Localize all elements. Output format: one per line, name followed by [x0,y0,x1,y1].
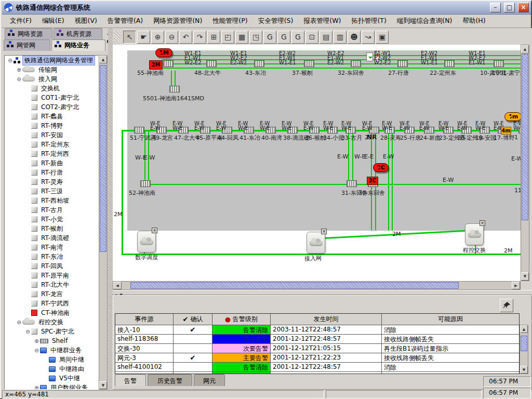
tree-item[interactable]: RT-宁武西 [5,299,71,308]
menu-item[interactable]: 帮助(H) [457,15,490,27]
map-horizontal-scrollbar[interactable]: ◀ ▶ [113,281,521,290]
map-hscroll-thumb[interactable] [130,282,459,289]
tree-expander-icon[interactable]: ⊕ [33,338,40,344]
alarm-balloon-1m[interactable]: 1M [155,48,172,57]
topology-map[interactable]: 1M 2M 4m 4m 2C 2C NR 55-神池南48-北大牛43-东冶37… [113,45,521,281]
column-header-level[interactable]: ●告警级别 [212,314,271,325]
tree-item[interactable]: ⊕Shelf [5,336,69,345]
menu-item[interactable]: 性能管理(P) [207,15,252,27]
column-header-source[interactable]: 事件源 [115,314,174,325]
scroll-down-icon[interactable]: ▼ [99,381,107,389]
menu-item[interactable]: 文件(F) [5,15,37,27]
toolbar-zoom-region-button[interactable]: ◰ [221,31,234,44]
sidebar-tab[interactable]: 网络资源 [5,28,52,39]
tree-item[interactable]: RT-西柏坡 [5,196,71,205]
menu-item[interactable]: 编辑(E) [37,15,70,27]
alarm-balloon-2c[interactable]: 2C [373,163,389,172]
scroll-up-icon[interactable]: ▲ [520,325,528,333]
toolbar-group-copy-button[interactable]: G [291,31,304,44]
toolbar-print-button[interactable]: ▥ [334,31,347,44]
alarm-table-row[interactable]: shelf-4100102告警清除2001-12-12T22:48:57消除 [115,363,519,372]
tree-item[interactable]: ⊕用户数据业务 [5,383,89,390]
scroll-down-icon[interactable]: ▼ [521,272,529,281]
minimize-button[interactable]: – [490,3,501,12]
tree-item[interactable]: ⊕传输网 [5,65,59,74]
network-element-node[interactable] [140,180,151,187]
subnet-cloud-node[interactable] [465,223,484,245]
network-element-node[interactable] [169,86,180,92]
column-header-cause[interactable]: 可能原因 [382,314,519,325]
tree-item[interactable]: 中继路由 [5,364,86,374]
tree-item[interactable]: ⊖中继群业务 [5,345,83,355]
close-button[interactable]: × [518,3,529,12]
tree-item[interactable]: 交换机 [5,84,61,93]
tree-expander-icon[interactable]: ⊖ [7,58,14,63]
network-element-node[interactable] [494,60,504,67]
alarm-table-row[interactable]: 接入-10✔告警清除2003-11-12T22:48:57消除 [115,325,519,335]
tree-item[interactable]: RT-南湾 [5,243,64,252]
alarm-table-row[interactable]: 网元-3✔主要告警2001-12-12T21:22:23接收线路侧帧丢失 [115,353,519,363]
table-scrollbar[interactable]: ▲ ▼ [520,325,528,374]
tree-item[interactable]: RT-原平南 [5,271,71,280]
menu-item[interactable]: 视图(V) [70,15,102,27]
network-element-node[interactable] [347,180,357,187]
subnet-cloud-node[interactable] [307,232,325,254]
table-scroll-thumb[interactable] [521,336,527,351]
tree-item[interactable]: 局间中继 [5,355,86,364]
scroll-right-icon[interactable]: ▶ [512,282,520,289]
toolbar-display-button[interactable]: ▤ [320,31,332,44]
toolbar-network-monitor-button[interactable]: ⊡ [305,31,318,44]
toolbar-zoom-out-button[interactable]: ⊖ [165,31,178,44]
toolbar-fit-view-button[interactable]: ⊞ [207,31,220,44]
alarm-tab-item[interactable]: 网元 [194,374,225,386]
tree-item[interactable]: ⊖接入网 [5,74,59,84]
subnet-cloud-node[interactable] [137,231,156,252]
tree-item[interactable]: CT-神池南 [5,308,71,317]
maximize-button[interactable]: □ [504,3,515,12]
network-element-node[interactable] [163,60,174,67]
tree-scrollbar[interactable]: ▲ ▼ [99,55,108,390]
tree-item[interactable]: RT-新曲 [5,158,64,168]
tree-expander-icon[interactable]: ⊕ [33,385,40,390]
sidebar-tab[interactable]: 网络业务 [51,39,105,51]
tree-item[interactable]: RT-小觉 [5,215,64,224]
scroll-up-icon[interactable]: ▲ [99,56,107,63]
tree-item[interactable]: RT-安国 [5,130,64,140]
scroll-up-icon[interactable]: ▲ [521,45,529,54]
column-header-ack[interactable]: ✔确认 [174,314,212,325]
tree-item[interactable]: RT-定州西 [5,149,71,158]
column-header-time[interactable]: 发生时间 [271,314,382,325]
menu-item[interactable]: 告警管理(A) [102,15,148,27]
pin-button[interactable] [500,299,513,312]
tree-scrollbar-thumb[interactable] [100,65,107,252]
scroll-left-icon[interactable]: ◀ [113,282,122,289]
toolbar-route-button[interactable]: ↝ [362,31,375,44]
alarm-table-row[interactable]: 交换-30次要告警2001-12-12T21:05:15再生段B1误码过量指示 [115,344,519,353]
close-badge-icon[interactable]: × [480,220,485,226]
tree-item[interactable]: RT-龙宫 [5,289,64,299]
menu-item[interactable]: 报表管理(W) [298,15,346,27]
tree-expander-icon[interactable]: ⊖ [33,348,40,353]
document-indicator-icon[interactable] [366,52,373,61]
network-element-node[interactable] [351,60,361,67]
toolbar-search-view-button[interactable]: ▣ [376,31,389,44]
alarm-balloon-4m[interactable]: 4m [504,112,521,121]
tree-item[interactable]: RT-古月 [5,205,64,215]
sidebar-tab[interactable]: 机房资源 [54,28,102,39]
tree-item[interactable]: V5中继 [5,374,82,383]
alarm-box-4m[interactable]: 4m [501,127,511,135]
network-element-node[interactable] [134,127,144,134]
toolbar-grid-select-button[interactable]: ▦ [235,31,248,44]
sidebar-splitter[interactable] [108,28,113,390]
toolbar-zoom-in-button[interactable]: ⊕ [151,31,164,44]
toolbar-export-view-button[interactable]: ◳ [249,31,262,44]
network-element-node[interactable] [304,60,314,67]
alarm-box-2m[interactable]: 2M [149,60,163,70]
toolbar-operator-button[interactable]: ☻ [348,31,361,44]
tree-item[interactable]: COT1-肃宁北 [5,93,81,102]
toolbar-select-button[interactable]: ↖ [123,31,136,44]
tree-item[interactable]: RT-蠡县 [5,112,64,121]
tree-expander-icon[interactable]: ⊕ [16,67,22,73]
menu-item[interactable]: 端到端综合查询(N) [392,15,458,27]
panel-splitter[interactable]: ▲▼ [113,290,532,295]
